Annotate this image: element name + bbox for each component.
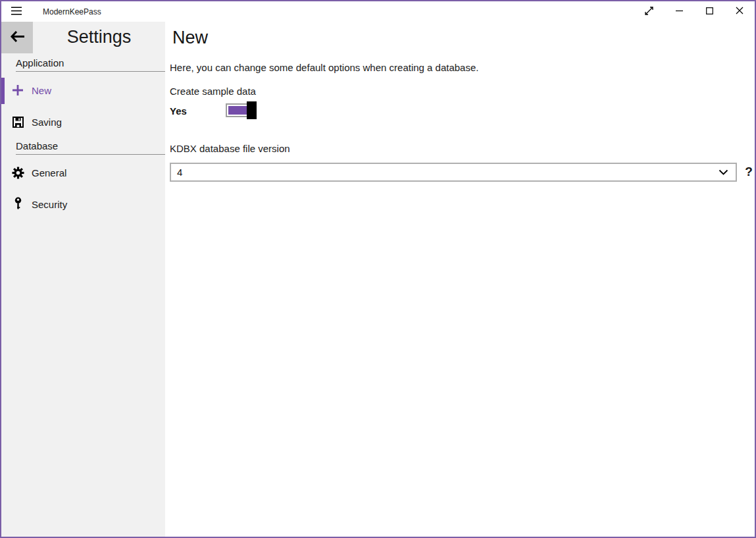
kdbx-version-dropdown[interactable]: 4 — [170, 163, 737, 182]
plus-icon — [11, 84, 25, 96]
chevron-down-icon — [718, 169, 728, 175]
maximize-icon — [706, 7, 713, 16]
hamburger-menu-button[interactable] — [1, 1, 32, 22]
create-sample-data-toggle[interactable] — [226, 103, 257, 117]
window-controls — [634, 1, 755, 22]
sidebar-item-label: Security — [32, 199, 67, 210]
gear-icon — [11, 167, 25, 179]
close-button[interactable] — [724, 1, 755, 22]
kdbx-version-help-button[interactable]: ? — [743, 162, 755, 182]
save-icon — [11, 117, 25, 128]
create-sample-data-label: Create sample data — [170, 86, 256, 97]
sidebar-item-new[interactable]: New — [1, 74, 165, 106]
maximize-button[interactable] — [694, 1, 724, 22]
sidebar-item-label: Saving — [32, 117, 62, 128]
fullscreen-button[interactable] — [634, 1, 664, 22]
sidebar-item-security[interactable]: Security — [1, 188, 165, 220]
sidebar-heading: Settings — [33, 27, 165, 47]
sidebar-item-saving[interactable]: Saving — [1, 106, 165, 138]
back-button[interactable] — [1, 22, 33, 53]
minimize-button[interactable] — [664, 1, 694, 22]
hamburger-icon — [11, 7, 22, 17]
dropdown-selected-value: 4 — [177, 167, 718, 178]
page-description: Here, you can change some default option… — [170, 62, 478, 73]
selection-indicator — [1, 78, 5, 104]
key-icon — [11, 197, 25, 211]
page-title: New — [172, 28, 208, 48]
settings-sidebar: Settings Application New Saving Databas — [1, 22, 165, 537]
toggle-state-label: Yes — [170, 105, 187, 117]
sidebar-item-general[interactable]: General — [1, 157, 165, 188]
kdbx-version-label: KDBX database file version — [170, 143, 290, 154]
section-label-database: Database — [16, 140, 165, 155]
settings-page-new: New Here, you can change some default op… — [165, 22, 755, 537]
app-window: ModernKeePass — [0, 0, 756, 538]
toggle-thumb[interactable] — [247, 101, 257, 119]
section-label-application: Application — [16, 57, 165, 72]
expand-diagonal-icon — [645, 7, 653, 17]
close-icon — [736, 7, 743, 16]
sidebar-item-label: New — [32, 85, 51, 96]
minimize-icon — [676, 7, 683, 16]
sidebar-item-label: General — [32, 167, 66, 178]
window-title: ModernKeePass — [43, 7, 101, 16]
titlebar: ModernKeePass — [1, 1, 755, 22]
back-arrow-icon — [10, 30, 25, 45]
